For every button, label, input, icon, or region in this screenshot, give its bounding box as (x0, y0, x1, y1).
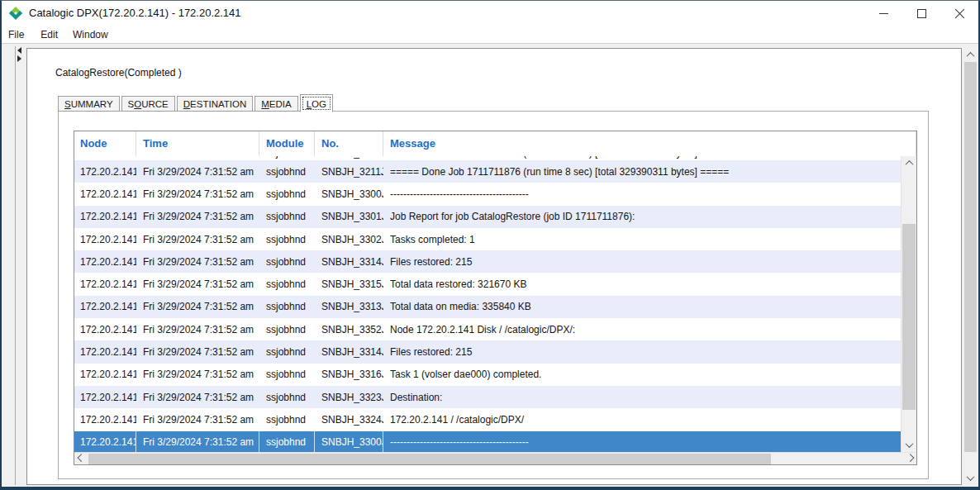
minimize-button[interactable] (864, 1, 902, 26)
cell-module: ssjobhnd (259, 431, 315, 452)
outer-scroll-up-button[interactable] (963, 48, 978, 62)
maximize-button[interactable] (902, 1, 940, 26)
cell-time: Fri 3/29/2024 7:31:52 am (136, 273, 259, 295)
cell-message: ===== Done Job 1711711876 (run time 8 se… (383, 160, 901, 183)
tab-media[interactable]: MEDIA (255, 96, 297, 112)
outer-vertical-scroll-thumb[interactable] (964, 62, 977, 452)
menu-edit[interactable]: Edit (33, 26, 65, 44)
scroll-down-button[interactable] (902, 438, 916, 452)
cell-node: 172.20.2.141 (74, 340, 136, 363)
splitter-collapse-control[interactable] (17, 47, 26, 62)
column-header-message[interactable]: Message (383, 131, 916, 156)
collapse-left-icon (17, 47, 21, 54)
cell-no: SNBJH_3300J (315, 431, 383, 452)
column-header-no[interactable]: No. (315, 131, 383, 156)
cell-time: Fri 3/29/2024 7:31:52 am (136, 408, 259, 431)
outer-scroll-down-button[interactable] (963, 471, 978, 485)
log-row[interactable]: 172.20.2.141Fri 3/29/2024 7:31:52 amssjo… (74, 273, 901, 295)
chevron-down-icon (905, 440, 913, 448)
cell-module: ssjobhnd (259, 364, 315, 386)
cell-no: SNBJH_3323J (315, 386, 383, 408)
cell-no: SNBJH_3300J (315, 183, 383, 205)
cell-module: ssjobhnd (259, 273, 315, 295)
cell-message: ----------------------------------------… (383, 183, 901, 205)
table-vertical-scrollbar[interactable] (901, 156, 916, 452)
app-window: Catalogic DPX(172.20.2.141) - 172.20.2.1… (0, 0, 980, 490)
cell-node: 172.20.2.141 (74, 228, 136, 250)
cell-node: 172.20.2.141 (74, 206, 136, 228)
log-row[interactable]: 172.20.2.141Fri 3/29/2024 7:31:52 amssjo… (74, 250, 901, 273)
cell-no: SNBJH_3352J (315, 318, 383, 340)
cell-time: Fri 3/29/2024 7:31:52 am (136, 318, 259, 340)
cell-no: SNBJH_3314J (315, 340, 383, 363)
horizontal-scroll-thumb[interactable] (88, 454, 771, 464)
cell-message: Job Report for job CatalogRestore (job I… (383, 206, 901, 228)
table-body: 172.20.2.141Fri 3/29/2024 7:31:52 amssjo… (74, 156, 901, 452)
cell-node: 172.20.2.141 (74, 160, 136, 183)
minimize-icon (879, 13, 888, 14)
tab-summary[interactable]: SUMMARY (58, 96, 120, 112)
tab-log[interactable]: LOG (300, 94, 333, 112)
titlebar: Catalogic DPX(172.20.2.141) - 172.20.2.1… (2, 1, 978, 26)
cell-time: Fri 3/29/2024 7:31:52 am (136, 431, 259, 452)
cell-time: Fri 3/29/2024 7:31:52 am (136, 364, 259, 386)
log-table: NodeTimeModuleNo.Message 172.20.2.141Fri… (74, 131, 917, 465)
log-row[interactable]: 172.20.2.141Fri 3/29/2024 7:31:52 amssjo… (74, 318, 901, 340)
job-status-title: CatalogRestore(Completed ) (55, 67, 182, 78)
log-tab-content: NodeTimeModuleNo.Message 172.20.2.141Fri… (58, 111, 929, 479)
log-row[interactable]: 172.20.2.141Fri 3/29/2024 7:31:52 amssjo… (74, 183, 901, 205)
cell-node: 172.20.2.141 (74, 318, 136, 340)
cell-module: ssjobhnd (259, 340, 315, 363)
window-title: Catalogic DPX(172.20.2.141) - 172.20.2.1… (29, 1, 241, 26)
outer-vertical-scrollbar[interactable] (963, 48, 978, 485)
cell-module: ssjobhnd (259, 183, 315, 205)
log-row[interactable]: 172.20.2.141Fri 3/29/2024 7:31:52 amssjo… (74, 206, 901, 228)
menu-file[interactable]: File (8, 26, 31, 44)
chevron-down-icon (967, 473, 975, 481)
cell-module: ssjobhnd (259, 228, 315, 250)
log-row[interactable]: 172.20.2.141Fri 3/29/2024 7:31:52 amssjo… (74, 296, 901, 318)
cell-message: Node 172.20.2.141 Disk / /catalogic/DPX/… (383, 318, 901, 340)
cell-time: Fri 3/29/2024 7:31:52 am (136, 160, 259, 183)
cell-no: SNBJH_3315J (315, 273, 383, 295)
cell-message: Total data on media: 335840 KB (383, 296, 901, 318)
scroll-left-button[interactable] (74, 453, 88, 464)
column-header-node[interactable]: Node (74, 131, 136, 156)
log-row[interactable]: 172.20.2.141Fri 3/29/2024 7:31:52 amssjo… (74, 364, 901, 386)
cell-module: ssjobhnd (259, 160, 315, 183)
chevron-up-icon (967, 52, 975, 60)
close-icon (954, 8, 965, 19)
log-row[interactable]: 172.20.2.141Fri 3/29/2024 7:31:52 amssjo… (74, 386, 901, 408)
scroll-right-button[interactable] (903, 453, 916, 464)
log-row[interactable]: 172.20.2.141Fri 3/29/2024 7:31:52 amssjo… (74, 228, 901, 250)
log-row[interactable]: 172.20.2.141Fri 3/29/2024 7:31:52 amssjo… (74, 431, 901, 452)
cell-node: 172.20.2.141 (74, 431, 136, 452)
close-button[interactable] (940, 1, 978, 26)
cell-time: Fri 3/29/2024 7:31:52 am (136, 206, 259, 228)
log-row[interactable]: 172.20.2.141Fri 3/29/2024 7:31:52 amssjo… (74, 340, 901, 363)
cell-message: Destination: (383, 386, 901, 408)
column-header-module[interactable]: Module (259, 131, 315, 156)
tabs: SUMMARYSOURCEDESTINATIONMEDIALOG (58, 94, 335, 112)
cell-node: 172.20.2.141 (74, 386, 136, 408)
log-row[interactable]: 172.20.2.141Fri 3/29/2024 7:31:52 amssjo… (74, 160, 901, 183)
job-panel: CatalogRestore(Completed ) SUMMARYSOURCE… (26, 48, 962, 485)
table-header: NodeTimeModuleNo.Message (74, 131, 916, 157)
scroll-up-button[interactable] (902, 156, 916, 170)
tab-destination[interactable]: DESTINATION (177, 96, 253, 112)
cell-message: 172.20.2.141 / /catalogic/DPX/ (383, 408, 901, 431)
client-area: CatalogRestore(Completed ) SUMMARYSOURCE… (2, 45, 978, 487)
column-header-time[interactable]: Time (136, 131, 259, 156)
cell-node: 172.20.2.141 (74, 183, 136, 205)
tab-source[interactable]: SOURCE (121, 96, 175, 112)
cell-time: Fri 3/29/2024 7:31:52 am (136, 296, 259, 318)
menu-window[interactable]: Window (65, 26, 116, 44)
splitter-divider[interactable] (15, 46, 16, 485)
cell-message: Files restored: 215 (383, 340, 901, 363)
vertical-scroll-thumb[interactable] (902, 224, 916, 410)
cell-no: SNBJH_3211J (315, 160, 383, 183)
log-row[interactable]: 172.20.2.141Fri 3/29/2024 7:31:52 amssjo… (74, 408, 901, 431)
cell-no: SNBJH_3316J (315, 364, 383, 386)
table-horizontal-scrollbar[interactable] (74, 452, 916, 464)
cell-message: Files restored: 215 (383, 250, 901, 273)
